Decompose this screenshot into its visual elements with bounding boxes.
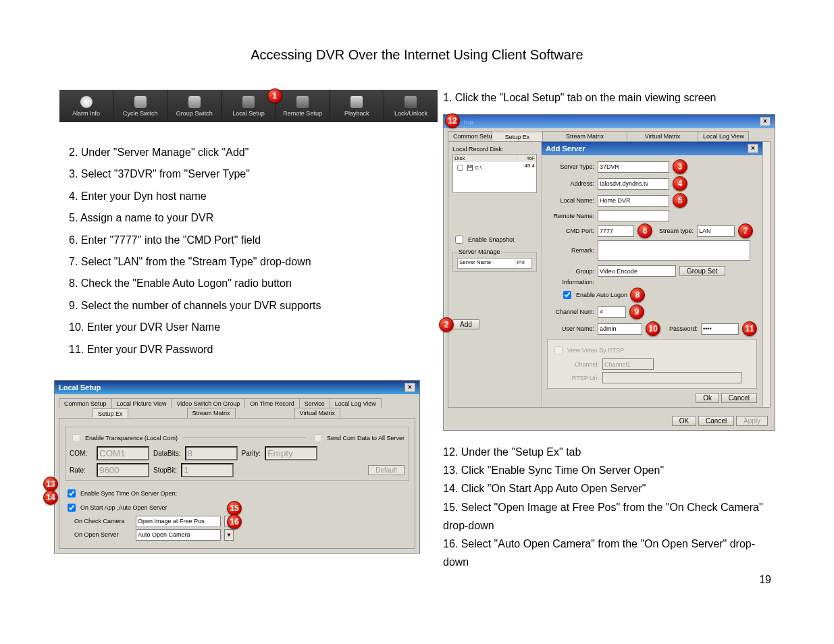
on-check-camera-select[interactable] — [136, 516, 221, 527]
enable-transparence-checkbox[interactable] — [72, 434, 80, 442]
step: 12. Under the "Setup Ex" tab — [443, 443, 775, 461]
rtsp-uri-field[interactable] — [602, 372, 741, 383]
toolbar-label: Cycle Switch — [123, 110, 158, 117]
callout-marker-8: 8 — [630, 288, 645, 302]
callout-marker-14: 14 — [43, 490, 58, 505]
lock-unlock-button[interactable]: Lock/Unlock — [384, 90, 438, 122]
outer-apply-button[interactable]: Apply — [736, 416, 768, 426]
tab-local-picture-view[interactable]: Local Picture View — [111, 398, 172, 408]
cycle-switch-button[interactable]: Cycle Switch — [113, 90, 167, 122]
cancel-button[interactable]: Cancel — [721, 393, 757, 403]
lock-icon — [405, 96, 417, 108]
enable-snapshot-checkbox[interactable] — [455, 236, 463, 244]
callout-marker-10: 10 — [646, 321, 660, 336]
add-server-title: Add Server — [546, 144, 585, 153]
close-icon[interactable]: × — [760, 117, 771, 126]
tab-virtual-matrix[interactable]: Virtual Matrix — [294, 408, 340, 418]
channel-num-label: Channel Num: — [547, 308, 594, 315]
step: 7. Select "LAN" from the "Stream Type" d… — [69, 252, 438, 272]
add-button[interactable]: Add — [452, 319, 479, 329]
close-icon[interactable]: × — [405, 383, 415, 392]
callout-marker-15: 15 — [227, 501, 242, 516]
page-title: Accessing DVR Over the Internet Using Cl… — [59, 47, 775, 63]
local-setup-button[interactable]: Local Setup 1 — [221, 90, 276, 122]
step: 8. Check the "Enable Auto Logon" radio b… — [69, 273, 438, 294]
disk-path: C:\ — [475, 165, 481, 171]
ok-button[interactable]: Ok — [696, 393, 719, 403]
disk-row-checkbox[interactable] — [457, 165, 463, 171]
alarm-icon — [80, 96, 93, 108]
tab-virtual-matrix[interactable]: Virtual Matrix — [627, 131, 698, 141]
group-set-button[interactable]: Group Set — [679, 266, 725, 276]
stream-type-select[interactable] — [697, 225, 735, 237]
remote-setup-button[interactable]: Remote Setup — [276, 90, 330, 122]
outer-cancel-button[interactable]: Cancel — [698, 416, 734, 426]
toolbar-label: Group Switch — [176, 110, 213, 117]
rtsp-group: View Video By RTSP Channel: RTSP Uri: — [547, 339, 757, 389]
send-all-checkbox[interactable] — [314, 434, 322, 442]
stopbit-field[interactable] — [181, 463, 234, 477]
tab-common-setup[interactable]: Common Setup — [448, 131, 492, 141]
databits-field[interactable] — [185, 446, 238, 460]
tab-stream-matrix[interactable]: Stream Matrix — [542, 131, 627, 141]
stopbit-label: StopBit: — [153, 466, 177, 474]
playback-button[interactable]: Playback — [330, 90, 384, 122]
address-field[interactable] — [598, 178, 669, 190]
on-open-server-select[interactable] — [136, 529, 221, 541]
rtsp-channel-select[interactable] — [602, 358, 654, 370]
server-type-label: Server Type: — [547, 163, 594, 170]
callout-marker-7: 7 — [738, 223, 753, 238]
rate-field[interactable] — [97, 463, 149, 477]
toolbar-label: Local Setup — [232, 110, 265, 117]
remote-name-label: Remote Name: — [547, 213, 594, 219]
gear-network-icon — [296, 96, 309, 108]
group-switch-button[interactable]: Group Switch — [167, 90, 221, 122]
tab-stream-matrix[interactable]: Stream Matrix — [187, 408, 236, 418]
com-field[interactable] — [97, 446, 149, 460]
callout-marker-16: 16 — [227, 514, 242, 529]
enable-sync-checkbox[interactable] — [68, 489, 76, 498]
disk-header: %F — [517, 155, 536, 162]
step: 16. Select "Auto Open Camera" from the "… — [443, 535, 775, 571]
transparence-group: Enable Transparence (Local Com) Send Com… — [65, 427, 409, 481]
tab-on-time-record[interactable]: On Time Record — [244, 398, 300, 408]
tab-row-1: Common Setup Local Picture View Video Sw… — [59, 398, 415, 408]
group-select[interactable] — [598, 265, 676, 277]
rtsp-channel-label: Channel: — [552, 361, 599, 368]
callout-marker-2: 2 — [439, 317, 454, 332]
tab-local-log-view[interactable]: Local Log View — [698, 131, 749, 141]
remark-label: Remark: — [547, 247, 594, 254]
tab-common-setup[interactable]: Common Setup — [59, 398, 112, 408]
view-rtsp-checkbox[interactable] — [554, 346, 563, 354]
information-label: Information: — [547, 279, 594, 286]
add-server-titlebar: Add Server × — [542, 142, 762, 155]
cmd-port-field[interactable] — [598, 225, 634, 237]
page-number: 19 — [443, 574, 775, 586]
remark-field[interactable] — [598, 240, 750, 261]
outer-ok-button[interactable]: OK — [672, 416, 696, 426]
dropdown-icon[interactable]: ▼ — [224, 529, 234, 541]
close-icon[interactable]: × — [748, 144, 758, 153]
send-all-label: Send Com Data to All Server — [327, 435, 405, 441]
alarm-info-button[interactable]: Alarm Info — [59, 90, 113, 122]
user-name-label: User Name: — [547, 325, 594, 332]
scrollbar[interactable] — [762, 142, 770, 407]
tab-video-switch-on-group[interactable]: Video Switch On Group — [171, 398, 245, 408]
remote-name-field[interactable] — [598, 210, 669, 221]
password-field[interactable] — [701, 323, 739, 335]
tab-setup-ex[interactable]: Setup Ex — [93, 408, 128, 419]
gear-icon — [242, 96, 255, 108]
default-button[interactable]: Default — [368, 465, 405, 475]
channel-num-field[interactable] — [598, 306, 626, 318]
enable-auto-logon-checkbox[interactable] — [563, 291, 571, 299]
enable-snapshot-label: Enable Snapshot — [468, 236, 515, 243]
user-name-field[interactable] — [598, 323, 642, 335]
tab-service[interactable]: Service — [299, 398, 330, 408]
parity-field[interactable] — [265, 446, 317, 460]
local-name-field[interactable] — [598, 195, 669, 207]
on-start-checkbox[interactable] — [68, 504, 76, 512]
callout-marker-4: 4 — [673, 176, 687, 191]
tab-local-log-view[interactable]: Local Log View — [330, 398, 382, 408]
server-type-select[interactable] — [598, 161, 669, 173]
tab-setup-ex[interactable]: Setup Ex — [492, 132, 543, 142]
